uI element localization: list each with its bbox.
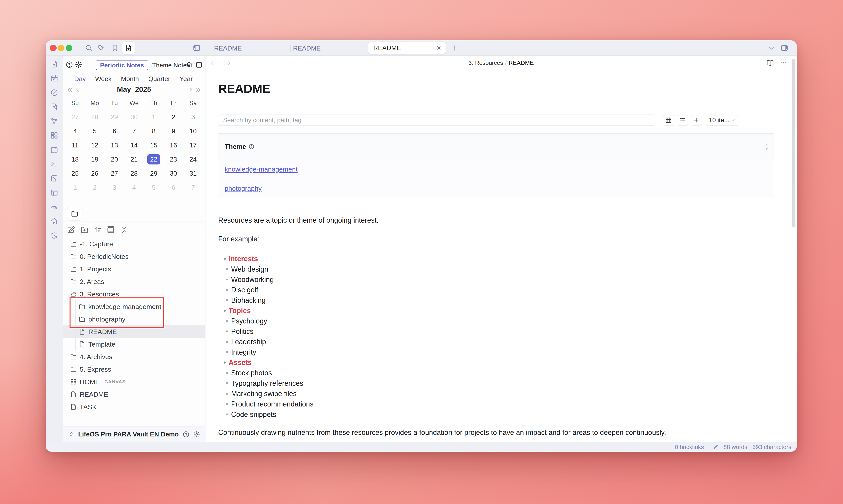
tree-item-0-periodicnotes[interactable]: 0. PeriodicNotes xyxy=(63,250,205,263)
dice-icon[interactable] xyxy=(50,174,58,182)
calendar-day[interactable]: 23 xyxy=(164,152,183,166)
sync-icon[interactable] xyxy=(50,231,58,240)
close-tab-icon[interactable] xyxy=(436,45,442,51)
templater-icon[interactable]: <% xyxy=(50,203,58,211)
calendar-day[interactable]: 28 xyxy=(124,166,144,181)
new-note-button[interactable] xyxy=(122,42,135,54)
calendar-day[interactable]: 27 xyxy=(105,166,124,181)
check-circle-icon[interactable] xyxy=(50,89,58,97)
edit-mode-icon[interactable] xyxy=(713,444,718,450)
help-icon[interactable] xyxy=(66,61,73,68)
home-icon[interactable] xyxy=(185,61,193,68)
calendar-day[interactable]: 12 xyxy=(85,138,104,152)
calendar-day[interactable]: 25 xyxy=(65,166,85,181)
chevron-down-icon[interactable] xyxy=(768,44,775,52)
tags-icon[interactable] xyxy=(98,44,106,52)
calendar-day[interactable]: 7 xyxy=(124,124,144,138)
add-item-button[interactable] xyxy=(691,115,702,126)
calendar-day[interactable]: 28 xyxy=(85,110,104,124)
table-view-button[interactable] xyxy=(663,115,674,126)
calendar-day[interactable]: 24 xyxy=(183,152,203,166)
sort-icon[interactable] xyxy=(94,226,102,234)
calendar-day[interactable]: 5 xyxy=(144,181,164,195)
note-link-knowledge-management[interactable]: knowledge-management xyxy=(225,165,298,173)
calendar-day[interactable]: 14 xyxy=(124,138,144,152)
calendar-day[interactable]: 1 xyxy=(144,110,164,124)
minimize-window-button[interactable] xyxy=(58,44,65,51)
calendar-day[interactable]: 3 xyxy=(183,110,203,124)
calendar-view-week[interactable]: Week xyxy=(95,75,112,83)
sort-arrows-icon[interactable] xyxy=(765,143,769,150)
calendar-day[interactable]: 9 xyxy=(164,124,183,138)
calendar-view-day[interactable]: Day xyxy=(74,75,86,83)
toggle-right-sidebar-icon[interactable] xyxy=(781,44,788,52)
calendar-day[interactable]: 16 xyxy=(164,138,183,152)
calendar-icon[interactable] xyxy=(50,146,58,154)
character-count[interactable]: 593 characters xyxy=(753,444,791,450)
table-header-row[interactable]: Theme xyxy=(218,133,774,160)
calendar-day[interactable]: 19 xyxy=(85,152,104,166)
gear-icon[interactable] xyxy=(75,61,82,68)
vault-switcher[interactable]: LifeOS Pro PARA Vault EN Demo xyxy=(63,426,205,442)
question-circle-icon[interactable] xyxy=(249,144,254,149)
items-per-page-dropdown[interactable]: 10 ite... xyxy=(705,115,739,126)
calendar-day[interactable]: 3 xyxy=(105,181,124,195)
calendar-day[interactable]: 17 xyxy=(183,138,203,152)
tree-item-4-archives[interactable]: 4. Archives xyxy=(63,350,205,363)
backlinks-count[interactable]: 0 backlinks xyxy=(675,444,704,450)
calendar-day[interactable]: 30 xyxy=(124,110,144,124)
home-icon[interactable] xyxy=(50,217,58,226)
calendar-view-year[interactable]: Year xyxy=(180,75,193,83)
note-link-photography[interactable]: photography xyxy=(225,185,262,192)
toggle-left-sidebar-icon[interactable] xyxy=(193,44,201,52)
search-icon[interactable] xyxy=(85,44,93,52)
calendar-day[interactable]: 29 xyxy=(144,166,164,181)
calendar-day[interactable]: 6 xyxy=(105,124,124,138)
more-options-icon[interactable] xyxy=(779,59,787,67)
zoom-window-button[interactable] xyxy=(66,44,72,51)
gear-icon[interactable] xyxy=(193,431,200,438)
file-search-icon[interactable] xyxy=(50,103,58,111)
calendar-day[interactable]: 2 xyxy=(164,110,183,124)
collapse-all-icon[interactable] xyxy=(120,226,128,234)
calendar-day[interactable]: 1 xyxy=(65,181,85,195)
help-icon[interactable] xyxy=(182,431,190,438)
calendar-day[interactable]: 31 xyxy=(183,166,203,181)
new-tab-icon[interactable] xyxy=(450,44,458,52)
calendar-day[interactable]: 27 xyxy=(65,110,85,124)
calendar-day[interactable]: 11 xyxy=(65,138,85,152)
word-count[interactable]: 88 words xyxy=(723,444,748,450)
tree-item-task[interactable]: TASK xyxy=(63,401,205,413)
back-icon[interactable] xyxy=(210,59,218,67)
terminal-icon[interactable] xyxy=(50,160,58,168)
new-folder-icon[interactable] xyxy=(80,226,89,234)
calendar-day-selected[interactable]: 22 xyxy=(144,152,164,166)
calendar-day[interactable]: 6 xyxy=(164,181,183,195)
file-plus-icon[interactable] xyxy=(50,60,58,68)
forward-icon[interactable] xyxy=(223,59,231,67)
tab-readme-active[interactable]: README xyxy=(368,42,446,54)
search-input[interactable] xyxy=(218,114,656,126)
calendar-day[interactable]: 7 xyxy=(183,181,203,195)
show-nested-icon[interactable] xyxy=(106,226,115,234)
tree-item-template[interactable]: Template xyxy=(63,338,205,350)
calendar-heart-icon[interactable] xyxy=(50,74,58,83)
calendar-day[interactable]: 4 xyxy=(124,181,144,195)
scrollbar[interactable] xyxy=(792,59,795,227)
calendar-view-month[interactable]: Month xyxy=(121,75,139,83)
files-view-button[interactable] xyxy=(67,207,82,220)
calendar-icon[interactable] xyxy=(195,61,203,68)
breadcrumb[interactable]: 3. Resources/README xyxy=(468,59,534,66)
tab-periodic-notes[interactable]: Periodic Notes xyxy=(96,60,148,70)
blocks-icon[interactable] xyxy=(50,131,58,140)
calendar-day[interactable]: 2 xyxy=(85,181,104,195)
list-view-button[interactable] xyxy=(677,115,688,126)
calendar-day[interactable]: 21 xyxy=(124,152,144,166)
calendar-day[interactable]: 13 xyxy=(105,138,124,152)
tab-readme-1[interactable]: README xyxy=(214,44,242,52)
calendar-day[interactable]: 26 xyxy=(85,166,104,181)
tree-item-1-projects[interactable]: 1. Projects xyxy=(63,263,205,275)
calendar-day[interactable]: 30 xyxy=(164,166,183,181)
calendar-view-quarter[interactable]: Quarter xyxy=(148,75,170,83)
tree-item-5-express[interactable]: 5. Express xyxy=(63,363,205,376)
